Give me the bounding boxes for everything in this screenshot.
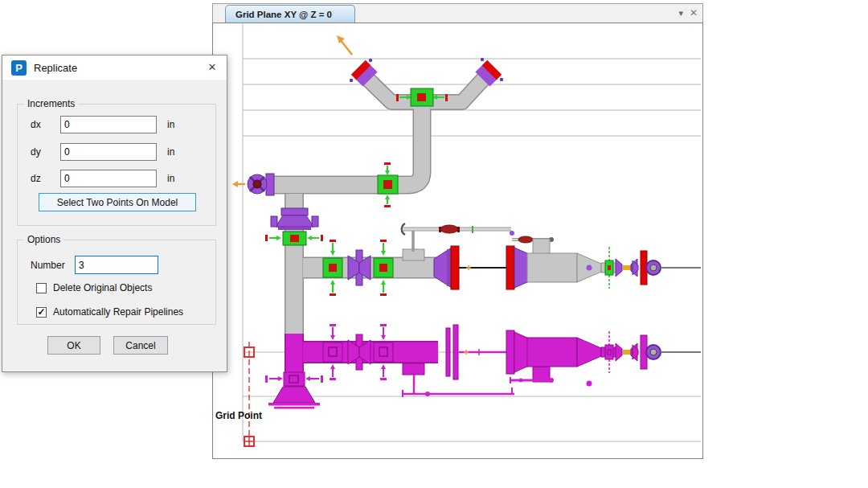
cancel-button[interactable]: Cancel — [113, 336, 168, 355]
close-icon[interactable]: ✕ — [690, 7, 698, 18]
increments-legend: Increments — [24, 98, 78, 109]
dialog-titlebar[interactable]: P Replicate ✕ — [2, 55, 227, 80]
thin-pipe-upper[interactable] — [402, 223, 554, 252]
dialog-title: Replicate — [34, 62, 77, 74]
delete-original-objects-label: Delete Original Objects — [53, 282, 152, 293]
delete-original-objects-row: Delete Original Objects — [36, 282, 152, 293]
valve-vertical-run[interactable] — [265, 232, 323, 245]
dy-input[interactable] — [60, 143, 157, 161]
auto-repair-pipelines-checkbox[interactable]: ✓ — [36, 307, 47, 318]
dz-row: dz in — [18, 170, 215, 189]
small-fittings-mid[interactable] — [605, 247, 701, 289]
dx-input[interactable] — [60, 116, 157, 133]
replicate-dialog: P Replicate ✕ Increments dx in dy in dz … — [2, 55, 227, 372]
valve-mid-1[interactable] — [323, 240, 342, 296]
branch-flange-left[interactable] — [350, 59, 374, 83]
pipe-model-canvas — [213, 23, 702, 458]
grid-point-marker-bottom[interactable] — [244, 437, 254, 446]
valve-left-horizontal[interactable] — [378, 162, 398, 207]
pipe-runs-gray[interactable] — [268, 72, 489, 336]
model-viewport[interactable]: Grid Point — [212, 23, 703, 459]
dy-row: dy in — [18, 143, 215, 162]
branch-flow-arrow — [337, 35, 352, 55]
model-window: Grid Plane XY @ Z = 0 ▾ ✕ — [212, 3, 703, 459]
dx-label: dx — [31, 119, 41, 130]
tab-bar: Grid Plane XY @ Z = 0 ▾ ✕ — [212, 3, 703, 23]
dx-row: dx in — [18, 116, 215, 135]
auto-repair-pipelines-row: ✓ Automatically Repair Pipelines — [36, 306, 183, 318]
pipe-end-valve-left[interactable] — [248, 174, 274, 195]
flange-vertical-run[interactable] — [271, 208, 318, 230]
valve-mid-2[interactable] — [374, 240, 393, 296]
increments-group: Increments dx in dy in dz in Select Two … — [17, 104, 216, 226]
app-icon: P — [11, 60, 27, 76]
fitting-bowtie-mid[interactable] — [348, 250, 371, 285]
dz-input[interactable] — [60, 170, 157, 187]
dx-unit: in — [167, 119, 174, 130]
dz-unit: in — [167, 173, 174, 184]
delete-original-objects-checkbox[interactable] — [36, 283, 47, 293]
grid-point-label: Grid Point — [215, 410, 262, 421]
ok-button[interactable]: OK — [47, 336, 100, 355]
reducer-flange-mid[interactable] — [434, 246, 459, 289]
dz-label: dz — [31, 173, 41, 184]
options-legend: Options — [24, 234, 63, 245]
select-two-points-button[interactable]: Select Two Points On Model — [39, 193, 196, 211]
number-label: Number — [31, 260, 65, 271]
dy-label: dy — [31, 146, 41, 158]
chevron-down-icon[interactable]: ▾ — [678, 8, 683, 18]
close-icon[interactable]: ✕ — [204, 60, 220, 75]
equipment-body-mid[interactable] — [506, 239, 619, 289]
branch-flange-right[interactable] — [479, 58, 503, 83]
dy-unit: in — [167, 146, 174, 158]
auto-repair-pipelines-label: Automatically Repair Pipelines — [53, 306, 183, 318]
pipe-end-arrow-left — [232, 181, 245, 187]
tab-grid-plane[interactable]: Grid Plane XY @ Z = 0 — [225, 5, 355, 23]
options-group: Options Number Delete Original Objects ✓… — [17, 240, 216, 325]
tie-rod-mid[interactable] — [459, 265, 507, 270]
number-input[interactable] — [75, 256, 158, 274]
